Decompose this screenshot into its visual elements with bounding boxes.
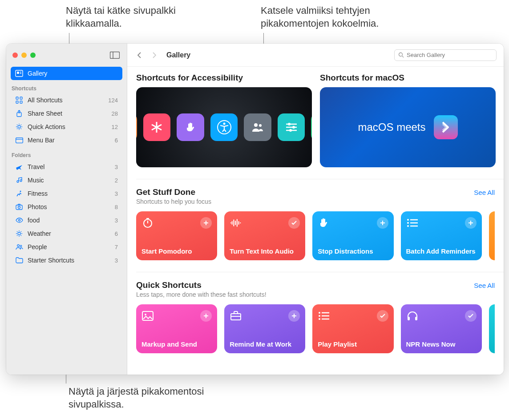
svg-point-30 xyxy=(292,126,295,129)
forward-button[interactable] xyxy=(149,50,159,60)
svg-rect-12 xyxy=(16,137,23,143)
svg-rect-6 xyxy=(16,97,18,99)
sidebar-item-count: 6 xyxy=(115,137,118,144)
maximize-button[interactable] xyxy=(30,52,36,58)
gallery-icon xyxy=(15,69,23,77)
fitness-icon xyxy=(15,190,23,198)
accessibility-icon xyxy=(210,113,238,141)
shortcut-card-stop-distractions[interactable]: Stop Distractions xyxy=(312,211,393,260)
banner-text: macOS meets xyxy=(358,121,425,133)
section-subtitle-getstuff: Shortcuts to help you focus xyxy=(136,198,211,205)
sidebar-item-label: Starter Shortcuts xyxy=(28,257,74,264)
sidebar-item-all-shortcuts[interactable]: All Shortcuts 124 xyxy=(11,93,122,107)
search-icon xyxy=(398,52,404,58)
svg-point-41 xyxy=(145,314,146,315)
hand-icon xyxy=(177,113,204,141)
sidebar: Gallery Shortcuts All Shortcuts 124 Shar… xyxy=(6,44,127,375)
svg-point-28 xyxy=(288,123,291,125)
sliders-icon xyxy=(278,113,305,141)
sidebar-item-count: 3 xyxy=(115,257,118,264)
svg-rect-3 xyxy=(17,72,19,74)
svg-rect-15 xyxy=(16,205,22,210)
sidebar-item-label: food xyxy=(28,217,40,224)
sidebar-item-label: All Shortcuts xyxy=(28,97,63,104)
back-button[interactable] xyxy=(134,50,144,60)
sidebar-folder-music[interactable]: Music 2 xyxy=(11,174,122,187)
sidebar-item-label: Share Sheet xyxy=(28,110,62,117)
sidebar-item-quick-actions[interactable]: Quick Actions 12 xyxy=(11,120,122,133)
card-peek[interactable] xyxy=(489,211,495,260)
waveform-icon xyxy=(230,217,242,229)
minimize-button[interactable] xyxy=(21,52,27,58)
shortcut-card-npr[interactable]: NPR News Now xyxy=(401,304,482,353)
list-icon xyxy=(318,310,330,322)
close-button[interactable] xyxy=(12,52,18,58)
svg-point-32 xyxy=(289,129,292,132)
add-icon xyxy=(377,217,388,229)
app-window: Gallery Shortcuts All Shortcuts 124 Shar… xyxy=(6,44,504,375)
callout-toggle: Näytä tai kätke sivupalkki klikkaamalla. xyxy=(66,4,208,30)
sidebar-header-shortcuts: Shortcuts xyxy=(6,80,127,93)
sidebar-item-count: 124 xyxy=(108,97,118,104)
briefcase-icon xyxy=(230,310,242,322)
shortcut-card-batch-reminders[interactable]: Batch Add Reminders xyxy=(401,211,482,260)
sidebar-item-gallery[interactable]: Gallery xyxy=(11,67,122,80)
search-input[interactable] xyxy=(407,52,493,58)
sidebar-folder-photos[interactable]: Photos 8 xyxy=(11,200,122,214)
sidebar-folder-people[interactable]: People 7 xyxy=(11,240,122,254)
add-icon xyxy=(200,310,212,322)
sidebar-folder-food[interactable]: food 3 xyxy=(11,214,122,227)
sidebar-item-label: Fitness xyxy=(28,190,48,197)
sidebar-item-label: Gallery xyxy=(28,70,47,77)
sidebar-item-label: Weather xyxy=(28,230,51,237)
banner-accessibility[interactable] xyxy=(136,87,312,167)
add-icon xyxy=(288,310,300,322)
svg-rect-40 xyxy=(142,311,153,320)
card-peek[interactable] xyxy=(489,304,495,353)
svg-point-16 xyxy=(18,206,20,209)
sidebar-folder-travel[interactable]: Travel 3 xyxy=(11,160,122,174)
sidebar-folder-weather[interactable]: Weather 6 xyxy=(11,227,122,240)
callout-banners: Katsele valmiiksi tehtyjen pikakomentoje… xyxy=(261,4,421,30)
sidebar-folder-fitness[interactable]: Fitness 3 xyxy=(11,187,122,200)
svg-point-18 xyxy=(18,232,20,235)
svg-rect-7 xyxy=(20,97,22,99)
svg-point-43 xyxy=(319,312,320,314)
banner-title-macos: Shortcuts for macOS xyxy=(320,73,496,83)
main-content: Gallery Shortcuts for Accessibility xyxy=(127,44,504,375)
svg-rect-8 xyxy=(16,101,18,103)
sidebar-item-count: 3 xyxy=(115,164,118,170)
see-all-quick[interactable]: See All xyxy=(474,282,495,289)
shortcut-card-play-playlist[interactable]: Play Playlist xyxy=(312,304,393,353)
sidebar-item-label: Menu Bar xyxy=(28,137,55,144)
shortcut-card-markup-send[interactable]: Markup and Send xyxy=(136,304,217,353)
shortcut-card-remind-work[interactable]: Remind Me at Work xyxy=(224,304,305,353)
menubar-icon xyxy=(15,136,23,144)
svg-point-25 xyxy=(254,123,258,127)
svg-line-22 xyxy=(402,56,404,57)
hand-icon xyxy=(318,217,330,229)
see-all-getstuff[interactable]: See All xyxy=(474,189,495,196)
search-field[interactable] xyxy=(394,49,497,61)
sidebar-item-count: 8 xyxy=(115,204,118,210)
svg-point-17 xyxy=(18,219,20,221)
sidebar-header-folders: Folders xyxy=(6,147,127,160)
page-title: Gallery xyxy=(166,51,190,59)
asterisk-icon xyxy=(143,113,171,141)
sidebar-item-share-sheet[interactable]: Share Sheet 28 xyxy=(11,107,122,120)
shortcuts-app-icon xyxy=(434,115,458,139)
section-title-quick: Quick Shortcuts xyxy=(136,280,267,290)
sidebar-toggle-button[interactable] xyxy=(109,51,121,60)
sidebar-item-count: 3 xyxy=(115,217,118,224)
shortcut-card-text-audio[interactable]: Turn Text Into Audio xyxy=(224,211,305,260)
sidebar-item-label: Travel xyxy=(28,163,44,170)
svg-rect-49 xyxy=(408,317,410,320)
card-label: Play Playlist xyxy=(318,340,388,348)
shortcut-card-pomodoro[interactable]: Start Pomodoro xyxy=(136,211,217,260)
sidebar-folder-starter[interactable]: Starter Shortcuts 3 xyxy=(11,254,122,267)
folder-icon xyxy=(15,256,23,264)
banner-macos[interactable]: macOS meets xyxy=(320,87,496,167)
add-icon xyxy=(465,217,477,229)
sidebar-item-menu-bar[interactable]: Menu Bar 6 xyxy=(11,133,122,147)
svg-rect-50 xyxy=(415,317,417,320)
